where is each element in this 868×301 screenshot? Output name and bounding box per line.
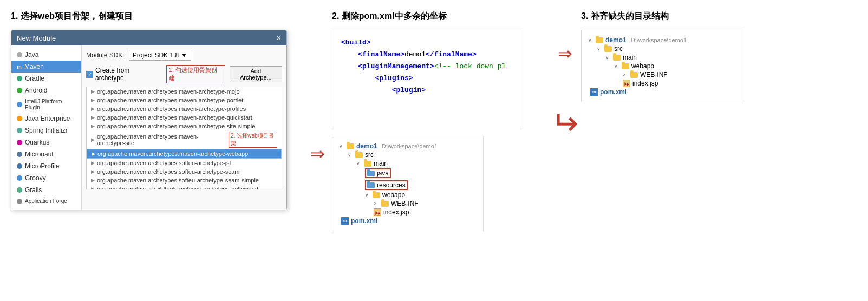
pom-icon: m <box>341 217 349 225</box>
folder-icon <box>381 201 389 207</box>
folder-icon <box>373 192 380 198</box>
sidebar-item-microprofile[interactable]: MicroProfile <box>11 160 81 172</box>
sidebar-item-spring[interactable]: Spring Initializr <box>11 125 81 136</box>
chevron-down-icon: ∨ <box>365 192 370 198</box>
tree1-src-label: src <box>614 45 623 53</box>
sdk-label: Module SDK: <box>86 51 125 59</box>
tree2-root-label: demo1 <box>356 142 377 150</box>
sidebar-label-java-enterprise: Java Enterprise <box>25 115 70 122</box>
tree1-main-label: main <box>623 54 637 61</box>
checkbox-checked-icon <box>86 71 93 78</box>
intellij-icon <box>17 102 22 107</box>
folder-icon <box>622 63 629 69</box>
expand-icon: ▶ <box>91 89 95 94</box>
expand-icon: ▶ <box>91 106 95 112</box>
chevron-down-icon: ∨ <box>348 152 353 158</box>
folder-icon <box>355 152 363 158</box>
sidebar-item-micronaut[interactable]: Micronaut <box>11 148 81 160</box>
tree1-main: ∨ main <box>588 53 736 62</box>
tree2-webinf: > WEB-INF <box>339 199 477 208</box>
sidebar-item-android[interactable]: Android <box>11 84 81 96</box>
chevron-down-icon: ∨ <box>588 37 593 43</box>
sdk-dropdown[interactable]: Project SDK 1.8 ▼ <box>129 50 191 61</box>
archetype-item-quickstart[interactable]: ▶ org.apache.maven.archetypes:maven-arch… <box>87 113 282 122</box>
sidebar-item-gradle[interactable]: Gradle <box>11 73 81 84</box>
chevron-down-icon: ∨ <box>597 46 602 51</box>
new-module-dialog: New Module × Java m Maven Gradl <box>11 30 287 210</box>
tree1-root: ∨ demo1 D:\workspace\demo1 <box>588 36 736 44</box>
sidebar-label-intellij: IntelliJ Platform Plugin <box>25 99 76 110</box>
archetype-item-site[interactable]: ▶ org.apache.maven.archetypes:maven-arch… <box>87 130 282 149</box>
sidebar-item-grails[interactable]: Grails <box>11 184 81 196</box>
sidebar-label-java: Java <box>25 51 38 58</box>
groovy-icon <box>17 175 22 181</box>
tree2-webapp: ∨ webapp <box>339 191 477 199</box>
archetype-label: org.apache.maven.archetypes:maven-archet… <box>97 133 224 146</box>
sidebar-item-maven[interactable]: m Maven <box>11 61 81 73</box>
tree2-resources: resources <box>339 180 477 191</box>
archetype-checkbox-row: Create from archetype 1. 勾选使用骨架创建 Add Ar… <box>86 65 282 83</box>
tree2-main-label: main <box>374 160 388 167</box>
sidebar-item-java-enterprise[interactable]: Java Enterprise <box>11 113 81 125</box>
chevron-right-icon: > <box>374 201 379 206</box>
sidebar-item-groovy[interactable]: Groovy <box>11 172 81 184</box>
archetype-item-softeu-seam[interactable]: ▶ org.apache.maven.archetypes:softeu-arc… <box>87 167 282 176</box>
archetype-item-webapp[interactable]: ▶ org.apache.maven.archetypes:maven-arch… <box>87 149 282 159</box>
checkbox-label: Create from archetype <box>95 67 159 82</box>
tree1-pomxml-label: pom.xml <box>600 88 626 96</box>
archetype-label: org.apache.maven.archetypes:maven-archet… <box>97 150 248 157</box>
java-icon <box>17 52 22 57</box>
sidebar-label-grails: Grails <box>25 186 42 194</box>
tree2-indexjsp-label: index.jsp <box>383 208 409 216</box>
xml-line-1: <build> <box>341 37 512 49</box>
dialog-title: New Module <box>17 34 56 42</box>
archetype-item-site-simple[interactable]: ▶ org.apache.maven.archetypes:maven-arch… <box>87 122 282 130</box>
chevron-down-icon: ▼ <box>181 51 187 59</box>
jsp-file-icon: jsp <box>374 208 381 216</box>
archetype-label: org.apache.maven.archetypes:softeu-arche… <box>97 177 259 184</box>
sdk-row: Module SDK: Project SDK 1.8 ▼ <box>86 50 282 61</box>
sidebar-label-micronaut: Micronaut <box>25 150 54 158</box>
add-archetype-button[interactable]: Add Archetype... <box>230 66 282 82</box>
arrow1-col: ⇒ <box>303 11 332 231</box>
close-icon[interactable]: × <box>277 34 281 42</box>
grails-icon <box>17 187 22 193</box>
archetype-label: org.apache.maven.archetypes:maven-archet… <box>97 88 240 95</box>
archetype-item-mojo[interactable]: ▶ org.apache.maven.archetypes:maven-arch… <box>87 87 282 96</box>
archetype-item-softeu-seam-simple[interactable]: ▶ org.apache.maven.archetypes:softeu-arc… <box>87 176 282 185</box>
expand-icon: ▶ <box>91 123 95 129</box>
tree2-indexjsp: jsp index.jsp <box>339 208 477 217</box>
sidebar-label-maven: Maven <box>24 63 44 70</box>
dialog-main-content: Module SDK: Project SDK 1.8 ▼ Create fro… <box>82 45 286 210</box>
micronaut-icon <box>17 152 22 157</box>
sdk-value: Project SDK 1.8 <box>133 51 179 59</box>
sidebar-item-java[interactable]: Java <box>11 49 81 61</box>
appforge-icon <box>17 199 22 204</box>
folder-icon <box>347 143 354 149</box>
sidebar-item-quarkus[interactable]: Quarkus <box>11 136 81 148</box>
folder-icon <box>604 46 612 52</box>
archetype-item-profiles[interactable]: ▶ org.apache.maven.archetypes:maven-arch… <box>87 104 282 113</box>
archetype-item-softeu-jsf[interactable]: ▶ org.apache.maven.archetypes:softeu-arc… <box>87 159 282 167</box>
create-from-archetype-checkbox[interactable]: Create from archetype <box>86 67 159 82</box>
folder-icon <box>613 55 621 61</box>
expand-icon: ▶ <box>91 97 95 103</box>
maven-icon: m <box>17 64 22 70</box>
tree2-root-path: D:\workspace\demo1 <box>382 143 438 149</box>
sidebar-label-appforge: Application Forge <box>25 198 67 204</box>
archetype-item-portlet[interactable]: ▶ org.apache.maven.archetypes:maven-arch… <box>87 96 282 104</box>
tree1-root-label: demo1 <box>605 36 626 44</box>
microprofile-icon <box>17 163 22 169</box>
chevron-down-icon: ∨ <box>605 55 611 60</box>
sidebar-item-intellij[interactable]: IntelliJ Platform Plugin <box>11 96 81 113</box>
arrow-right-1: ⇒ <box>306 143 329 164</box>
tree2-webapp-label: webapp <box>382 191 405 199</box>
sidebar-item-appforge[interactable]: Application Forge <box>11 196 81 206</box>
page-layout: 1. 选择web项目骨架，创建项目 New Module × Java m Ma… <box>11 11 857 231</box>
android-icon <box>17 88 22 93</box>
java-highlighted-box: java <box>365 168 391 178</box>
chevron-down-icon: ∨ <box>356 161 362 166</box>
archetype-item-myfaces-helloworld[interactable]: ▶ org.apache.myfaces.buildtools:myfaces-… <box>87 185 282 189</box>
expand-icon: ▶ <box>91 186 95 189</box>
tree1-webinf: > WEB-INF <box>588 70 736 79</box>
